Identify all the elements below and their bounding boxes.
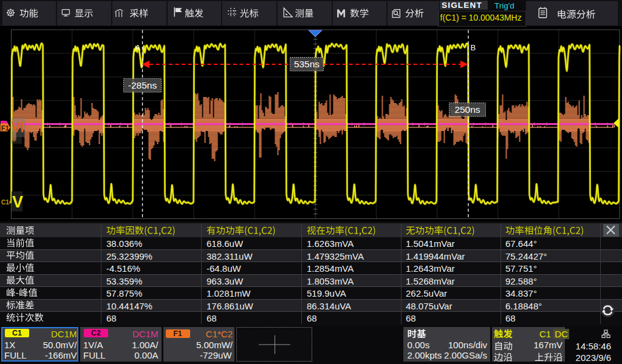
svg-text:B: B [471,43,476,52]
svg-text:A: A [135,43,141,52]
svg-text:250ns: 250ns [454,104,480,115]
svg-text:-285ns: -285ns [128,80,157,90]
svg-text:C1: C1 [1,199,9,206]
svg-text:V: V [12,193,23,211]
svg-text:F1: F1 [1,124,9,132]
svg-text:VI: VI [12,120,24,135]
svg-text:535ns: 535ns [294,59,320,69]
